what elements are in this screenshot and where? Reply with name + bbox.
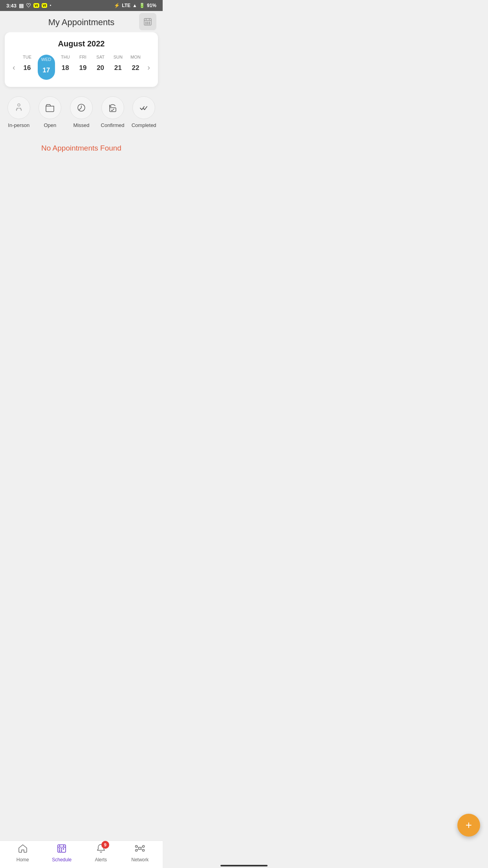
calendar-month: August 2022 [9, 39, 153, 48]
day-16[interactable]: TUE 16 [20, 55, 34, 80]
filter-inperson-icon [7, 96, 30, 119]
svg-point-10 [18, 104, 20, 106]
prev-week-button[interactable]: ‹ [9, 61, 18, 74]
filter-missed-label: Missed [73, 122, 89, 128]
time-display: 3:43 [6, 3, 17, 9]
filter-confirmed[interactable]: Confirmed [99, 96, 127, 128]
filter-confirmed-label: Confirmed [101, 122, 125, 128]
calendar-grid-icon [143, 17, 152, 26]
status-right: ⚡ LTE ▲ 🔋 91% [114, 3, 156, 8]
filter-open-label: Open [44, 122, 56, 128]
header: My Appointments [0, 11, 163, 32]
day-20[interactable]: SAT 20 [94, 55, 108, 80]
battery-icon: 🔋 [139, 3, 145, 8]
page-title: My Appointments [48, 17, 115, 28]
svg-rect-5 [147, 22, 149, 23]
dot-indicator: · [50, 2, 51, 10]
svg-rect-8 [147, 23, 149, 24]
vi-badge-2: VI [42, 3, 48, 8]
day-21[interactable]: SUN 21 [111, 55, 125, 80]
calendar-week: ‹ TUE 16 WED 17 THU 18 FRI 19 SAT 20 SUN… [9, 55, 153, 80]
no-appointments-message: No Appointments Found [0, 134, 163, 162]
filter-confirmed-icon [101, 96, 124, 119]
day-18[interactable]: THU 18 [58, 55, 72, 80]
days-row: TUE 16 WED 17 THU 18 FRI 19 SAT 20 SUN 2… [18, 55, 145, 80]
svg-rect-9 [149, 23, 150, 24]
filter-missed[interactable]: Missed [68, 96, 95, 128]
filter-missed-icon [70, 96, 93, 119]
status-left: 3:43 ▤ ♡ VI VI · [6, 2, 51, 10]
next-week-button[interactable]: › [144, 61, 153, 74]
calendar-view-button[interactable] [139, 13, 156, 30]
calendar-card: August 2022 ‹ TUE 16 WED 17 THU 18 FRI 1… [5, 32, 158, 87]
filter-inperson-label: In-person [8, 122, 29, 128]
filter-completed-label: Completed [132, 122, 156, 128]
filter-completed[interactable]: Completed [130, 96, 158, 128]
bluetooth-icon: ⚡ [114, 3, 120, 8]
filter-inperson[interactable]: In-person [5, 96, 33, 128]
battery-percent: 91% [147, 3, 156, 8]
app-icon-1: ♡ [26, 2, 31, 9]
filter-row: In-person Open Missed Confirmed Complete… [0, 93, 163, 134]
day-17[interactable]: WED 17 [38, 55, 55, 80]
svg-rect-6 [149, 22, 150, 23]
svg-rect-4 [145, 22, 147, 23]
filter-open[interactable]: Open [36, 96, 64, 128]
signal-bars: ▲ [132, 3, 137, 8]
lte-label: LTE [122, 3, 130, 8]
day-22[interactable]: MON 22 [128, 55, 143, 80]
day-19[interactable]: FRI 19 [76, 55, 90, 80]
status-bar: 3:43 ▤ ♡ VI VI · ⚡ LTE ▲ 🔋 91% [0, 0, 163, 11]
vi-badge-1: VI [33, 3, 39, 8]
message-icon: ▤ [19, 3, 24, 9]
filter-open-icon [39, 96, 61, 119]
svg-rect-7 [145, 23, 147, 24]
filter-completed-icon [132, 96, 155, 119]
